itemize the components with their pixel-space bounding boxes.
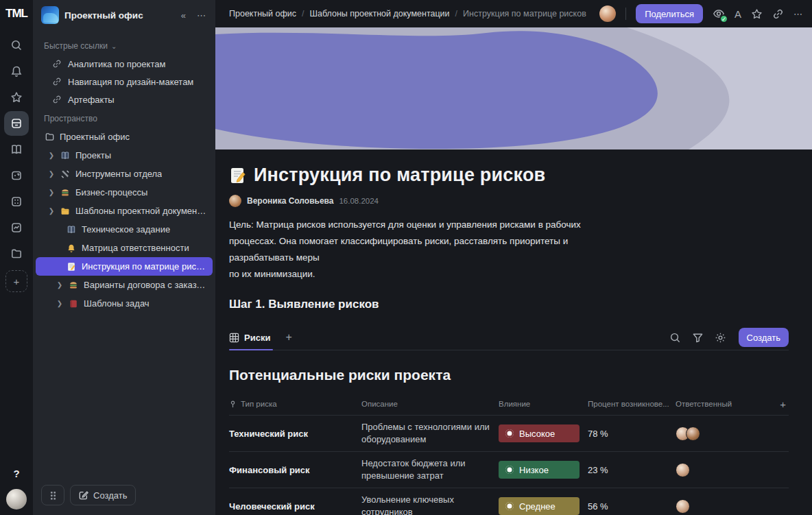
table-search-icon[interactable] — [669, 332, 681, 344]
link-icon[interactable] — [772, 8, 784, 20]
app-logo: TML — [5, 7, 27, 21]
table-row[interactable]: Технический рискПроблемы с технологиями … — [229, 415, 789, 451]
embed-tabbar: Риски + Создать — [229, 325, 789, 350]
quick-link-item[interactable]: Артефакты — [33, 91, 215, 108]
drag-handle-button[interactable] — [41, 485, 64, 505]
probability-cell: 56 % — [588, 494, 676, 515]
folder-icon — [60, 206, 71, 217]
table-row[interactable]: Финансовый рискНедостаток бюджета или пр… — [229, 451, 789, 488]
doc-paragraph-line: процессах. Она помогает классифицировать… — [229, 233, 789, 250]
step-heading: Шаг 1. Выявление рисков — [229, 298, 789, 311]
chevron-right-icon[interactable]: ❯ — [56, 300, 63, 307]
sidebar-item[interactable]: Инструкция по матрице риск... — [36, 257, 213, 276]
sidebar-item[interactable]: Матрица ответственности — [36, 239, 213, 257]
owner-avatar — [676, 499, 690, 514]
sidebar-item[interactable]: ❯Бизнес-процессы — [36, 183, 213, 202]
breadcrumb-separator: / — [302, 9, 304, 19]
app-window: TML + ? — [0, 0, 812, 515]
sidebar-item[interactable]: ❯Шаблоны задач — [36, 294, 213, 313]
compose-icon — [79, 490, 88, 500]
chevron-right-icon[interactable]: ❯ — [48, 207, 55, 215]
impact-cell: Среднее — [499, 494, 588, 515]
add-section-button[interactable]: + — [5, 270, 27, 292]
files-icon[interactable] — [4, 241, 29, 266]
analytics-icon[interactable] — [4, 215, 29, 240]
column-header[interactable]: Ответственный — [676, 400, 768, 408]
sidebar-item-space-root[interactable]: Проектный офис — [36, 128, 213, 146]
sidebar-item-label: Шаблоны задач — [84, 298, 150, 309]
column-header[interactable]: Тип риска — [229, 400, 361, 408]
probability-cell: 78 % — [588, 421, 676, 446]
search-icon[interactable] — [4, 33, 29, 58]
collapse-sidebar-icon[interactable]: « — [178, 9, 189, 22]
sidebar-item[interactable]: ❯Инструменты отдела — [36, 165, 213, 183]
chevron-right-icon[interactable]: ❯ — [48, 152, 55, 159]
breadcrumb-item[interactable]: Проектный офис — [229, 9, 296, 19]
column-header[interactable]: Процент возникнове... — [588, 400, 676, 408]
star-icon[interactable] — [751, 8, 763, 20]
add-tab-button[interactable]: + — [285, 331, 291, 344]
help-button[interactable]: ? — [13, 468, 19, 479]
sidebar-item[interactable]: Техническое задание — [36, 220, 213, 239]
title-field-icon — [229, 400, 237, 408]
risks-table: Тип рискаОписаниеВлияниеПроцент возникно… — [229, 393, 789, 515]
share-button[interactable]: Поделиться — [636, 4, 703, 23]
table-create-button[interactable]: Создать — [739, 328, 789, 347]
text-style-icon[interactable]: A — [735, 8, 741, 20]
topbar: Проектный офис/Шаблоны проектной докумен… — [215, 0, 812, 27]
page-title: Инструкция по матрице рисков — [229, 165, 789, 186]
owner-cell — [676, 457, 768, 482]
burger-icon — [60, 187, 71, 198]
quiz-icon[interactable] — [4, 163, 29, 188]
chevron-right-icon[interactable]: ❯ — [48, 189, 55, 196]
library-icon[interactable] — [4, 137, 29, 162]
tab-risks[interactable]: Риски — [229, 325, 273, 350]
favorites-icon[interactable] — [4, 85, 29, 110]
table-row[interactable]: Человеческий рискУвольнение ключевых сот… — [229, 488, 789, 515]
notifications-icon[interactable] — [4, 59, 29, 84]
more-icon[interactable]: ⋯ — [793, 9, 802, 19]
sidebar-item-label: Шаблоны проектной документации — [75, 206, 207, 216]
user-avatar[interactable] — [6, 489, 27, 510]
sidebar-item[interactable]: ❯Шаблоны проектной документации — [36, 202, 213, 220]
filter-icon[interactable] — [692, 332, 704, 344]
author-avatar — [229, 195, 241, 207]
doc-paragraph-line: Цель: Матрица рисков используется для оц… — [229, 217, 789, 233]
sidebar-menu-icon[interactable]: ⋯ — [194, 9, 208, 22]
breadcrumb-item[interactable]: Шаблоны проектной документации — [309, 9, 449, 19]
settings-icon[interactable] — [715, 332, 726, 344]
chevron-right-icon[interactable]: ❯ — [48, 170, 55, 178]
cover-image — [215, 27, 812, 149]
radio-icon — [505, 466, 514, 474]
sidebar-item[interactable]: ❯Проекты — [36, 146, 213, 165]
space-section: Пространство — [33, 108, 215, 128]
main-area: Проектный офис/Шаблоны проектной докумен… — [215, 0, 812, 515]
table-icon — [229, 333, 239, 343]
visibility-icon[interactable]: ✓ — [713, 8, 725, 20]
sidebar-item-label: Бизнес-процессы — [75, 187, 147, 197]
sidebar-item-label: Варианты договора с заказчик... — [84, 280, 207, 290]
sidebar-create-button[interactable]: Создать — [70, 485, 136, 505]
quick-link-item[interactable]: Навигация по дизайн-макетам — [33, 73, 215, 91]
impact-badge: Низкое — [499, 461, 580, 479]
impact-badge: Среднее — [499, 497, 580, 515]
link-icon — [52, 59, 62, 69]
modules-icon[interactable] — [4, 189, 29, 214]
spaces-icon[interactable] — [4, 111, 29, 136]
quick-links-section[interactable]: Быстрые ссылки⌄ — [33, 36, 215, 55]
sidebar-item[interactable]: ❯Варианты договора с заказчик... — [36, 276, 213, 294]
quick-link-label: Навигация по дизайн-макетам — [68, 77, 193, 87]
book-icon — [60, 150, 71, 161]
document-scroll-area[interactable]: Инструкция по матрице рисков Вероника Со… — [215, 27, 812, 515]
current-user-avatar[interactable] — [599, 5, 616, 22]
chevron-right-icon[interactable]: ❯ — [56, 281, 63, 289]
column-header[interactable]: Влияние — [499, 400, 588, 408]
sidebar-item-label: Техническое задание — [82, 224, 170, 235]
quick-link-item[interactable]: Аналитика по проектам — [33, 55, 215, 73]
risk-type-cell: Финансовый риск — [229, 457, 361, 482]
doc-date: 16.08.2024 — [339, 197, 379, 205]
bell-icon — [66, 243, 77, 254]
column-header[interactable]: Описание — [361, 400, 499, 408]
chevron-down-icon: ⌄ — [111, 43, 117, 50]
add-column-button[interactable]: + — [768, 398, 789, 410]
